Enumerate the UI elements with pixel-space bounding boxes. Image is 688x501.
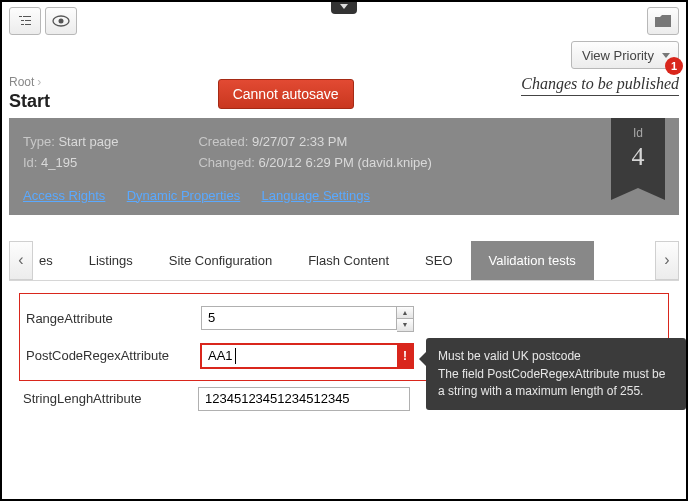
tooltip-line1: Must be valid UK postcode [438, 348, 674, 365]
svg-rect-3 [25, 20, 31, 21]
meta-type-value: Start page [58, 134, 118, 149]
meta-changed-value: 6/20/12 6:29 PM (david.knipe) [258, 155, 431, 170]
tab-validation-tests[interactable]: Validation tests [471, 241, 594, 280]
svg-rect-1 [23, 16, 31, 17]
access-rights-link[interactable]: Access Rights [23, 188, 105, 203]
ribbon-label: Id [611, 126, 665, 140]
range-attribute-label: RangeAttribute [26, 311, 201, 326]
view-priority-label: View Priority [582, 48, 654, 63]
chevron-right-icon: › [37, 75, 41, 89]
meta-created-value: 9/27/07 2:33 PM [252, 134, 347, 149]
svg-point-7 [59, 19, 64, 24]
meta-id-label: Id: [23, 155, 37, 170]
cannot-autosave-button[interactable]: Cannot autosave [218, 79, 354, 109]
tab-seo[interactable]: SEO [407, 241, 470, 280]
tab-site-configuration[interactable]: Site Configuration [151, 241, 290, 280]
dynamic-properties-link[interactable]: Dynamic Properties [127, 188, 240, 203]
svg-rect-0 [19, 16, 22, 17]
svg-rect-4 [21, 24, 24, 25]
view-priority-dropdown[interactable]: View Priority [571, 41, 679, 69]
breadcrumb: Root› [9, 75, 50, 89]
svg-rect-2 [21, 20, 24, 21]
tab-partial[interactable]: es [33, 241, 71, 280]
tab-listings[interactable]: Listings [71, 241, 151, 280]
meta-id-value: 4_195 [41, 155, 77, 170]
postcode-attribute-input[interactable] [201, 344, 413, 368]
validation-tooltip: Must be valid UK postcode The field Post… [426, 338, 686, 410]
error-flag-icon: ! [397, 344, 413, 368]
text-cursor [235, 348, 236, 364]
preview-button[interactable] [45, 7, 77, 35]
tree-toggle-button[interactable] [9, 7, 41, 35]
breadcrumb-root[interactable]: Root [9, 75, 34, 89]
spinner-down[interactable]: ▼ [397, 319, 413, 331]
folder-button[interactable] [647, 7, 679, 35]
id-ribbon: Id 4 [611, 118, 665, 188]
meta-panel: Type: Start page Id: 4_195 Created: 9/27… [9, 118, 679, 215]
drawer-handle[interactable] [331, 0, 357, 14]
range-attribute-input[interactable] [201, 306, 397, 330]
ribbon-value: 4 [611, 142, 665, 172]
validation-error-group: RangeAttribute ▲ ▼ PostCodeRegexAttribut… [19, 293, 669, 381]
meta-created-label: Created: [198, 134, 248, 149]
tab-scroll-left[interactable]: ‹ [9, 241, 33, 280]
tab-scroll-right[interactable]: › [655, 241, 679, 280]
stringlength-attribute-input[interactable] [198, 387, 410, 411]
page-title: Start [9, 91, 50, 112]
meta-changed-label: Changed: [198, 155, 254, 170]
tooltip-line2: The field PostCodeRegexAttribute must be… [438, 366, 674, 400]
stringlength-attribute-label: StringLenghAttribute [23, 391, 198, 406]
tab-flash-content[interactable]: Flash Content [290, 241, 407, 280]
postcode-attribute-label: PostCodeRegexAttribute [26, 348, 201, 363]
spinner-up[interactable]: ▲ [397, 307, 413, 319]
svg-rect-5 [25, 24, 31, 25]
svg-marker-8 [340, 4, 348, 9]
language-settings-link[interactable]: Language Settings [262, 188, 370, 203]
changes-to-publish-label[interactable]: Changes to be published [521, 75, 679, 96]
changes-count-badge[interactable]: 1 [665, 57, 683, 75]
meta-type-label: Type: [23, 134, 55, 149]
